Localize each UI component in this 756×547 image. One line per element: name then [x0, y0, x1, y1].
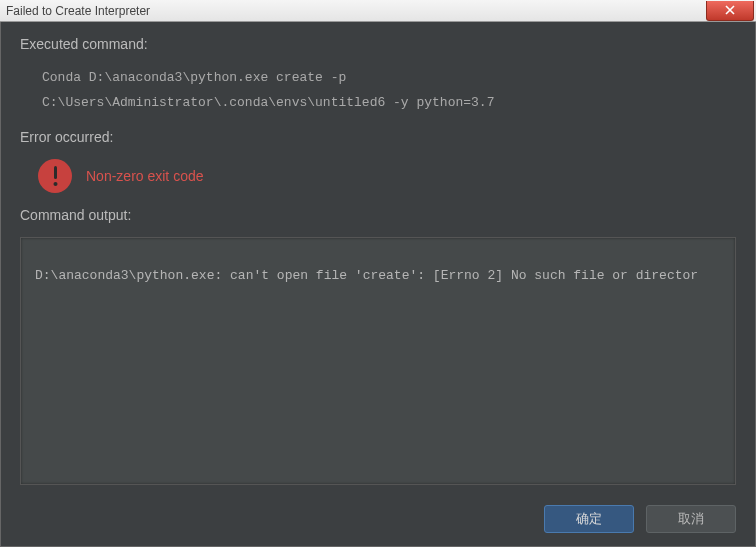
command-line: C:\Users\Administrator\.conda\envs\untit… [42, 91, 736, 116]
dialog-buttons: 确定 取消 [544, 505, 736, 533]
error-icon [38, 159, 72, 193]
command-line: Conda D:\anaconda3\python.exe create -p [42, 66, 736, 91]
command-output-label: Command output: [20, 207, 736, 223]
window-titlebar: Failed to Create Interpreter [0, 0, 756, 22]
close-icon [725, 1, 735, 19]
command-output-box: D:\anaconda3\python.exe: can't open file… [20, 237, 736, 485]
window-title: Failed to Create Interpreter [6, 4, 150, 18]
executed-command-label: Executed command: [20, 36, 736, 52]
error-occurred-label: Error occurred: [20, 129, 736, 145]
error-message: Non-zero exit code [86, 168, 204, 184]
svg-rect-0 [54, 166, 57, 179]
cancel-button[interactable]: 取消 [646, 505, 736, 533]
svg-point-1 [53, 182, 57, 186]
executed-command-text: Conda D:\anaconda3\python.exe create -p … [20, 66, 736, 115]
ok-button[interactable]: 确定 [544, 505, 634, 533]
close-button[interactable] [706, 1, 754, 21]
output-text: D:\anaconda3\python.exe: can't open file… [35, 268, 721, 283]
